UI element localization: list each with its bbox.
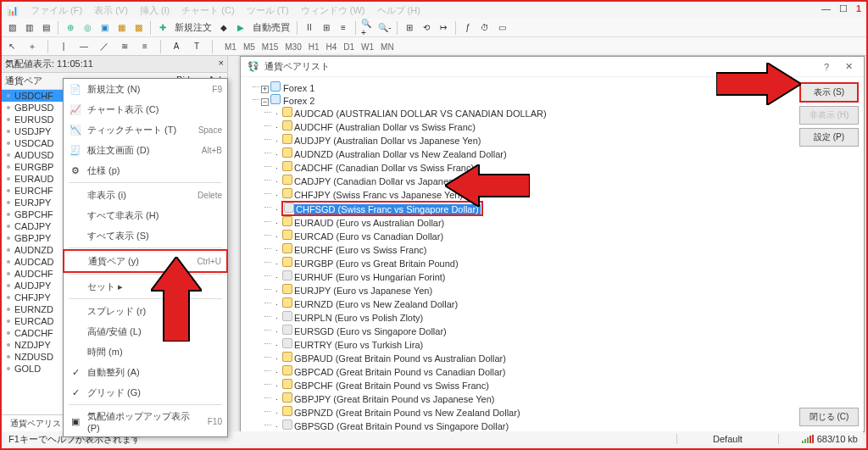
tree-item-EURGBP[interactable]: ⋅ EURGBP (Euro vs Great Britain Pound) xyxy=(273,256,793,269)
dialog-help-icon[interactable]: ? xyxy=(818,62,835,72)
ctx-新規注文 (N)[interactable]: 📄新規注文 (N)F9 xyxy=(64,79,227,99)
tree-item-GBPSGD[interactable]: ⋅ GBPSGD (Great Britain Pound vs Singapo… xyxy=(273,419,793,431)
ctx-仕様 (p)[interactable]: ⚙仕様 (p) xyxy=(64,160,227,181)
menu-tools[interactable]: ツール (T) xyxy=(247,4,289,17)
tile-icon[interactable]: ⊞ xyxy=(403,21,416,35)
ctx-板注文画面 (D)[interactable]: 🧾板注文画面 (D)Alt+B xyxy=(64,140,227,160)
scroll-icon[interactable]: ⟲ xyxy=(420,21,433,35)
menu-insert[interactable]: 挿入 (I) xyxy=(140,4,170,17)
ctx-通貨ペア (y)[interactable]: 通貨ペア (y)Ctrl+U xyxy=(63,249,228,273)
zoom-plus-icon[interactable]: ⊕ xyxy=(64,21,77,35)
show-button[interactable]: 表示 (S) xyxy=(799,82,859,103)
tree-item-EURSGD[interactable]: ⋅ EURSGD (Euro vs Singapore Dollar) xyxy=(273,324,793,337)
autotrade-icon[interactable]: ▶ xyxy=(234,21,248,35)
tree-folder-Forex 2[interactable]: − Forex 2 xyxy=(261,93,793,106)
tree-item-AUDNZD[interactable]: ⋅ AUDNZD (Australian Dollar vs New Zeala… xyxy=(273,147,793,160)
minimize-icon[interactable]: — xyxy=(821,3,831,14)
ctx-非表示 (i)[interactable]: 非表示 (i)Delete xyxy=(64,185,227,205)
menu-file[interactable]: ファイル (F) xyxy=(31,4,82,17)
cursor-icon[interactable]: ↖ xyxy=(5,40,19,53)
tree-item-CHFSGD[interactable]: ⋅ CHFSGD (Swiss Franc vs Singapore Dolla… xyxy=(273,201,793,215)
nav-icon[interactable]: ▣ xyxy=(97,21,111,35)
ctx-自動整列 (A)[interactable]: ✓自動整列 (A) xyxy=(64,362,227,382)
menu-view[interactable]: 表示 (V) xyxy=(94,4,128,17)
tree-item-CADCHF[interactable]: ⋅ CADCHF (Canadian Dollar vs Swiss Franc… xyxy=(273,160,793,174)
ctx-高値/安値 (L)[interactable]: 高値/安値 (L) xyxy=(64,321,227,342)
ctx-スプレッド (r)[interactable]: スプレッド (r) xyxy=(64,301,227,321)
timeframe-M5[interactable]: M5 xyxy=(240,41,259,53)
terminal-icon[interactable]: ▦ xyxy=(114,21,128,35)
ctx-チャート表示 (C)[interactable]: 📈チャート表示 (C) xyxy=(64,99,227,119)
metaquotes-icon[interactable]: ◆ xyxy=(217,21,231,35)
panel-close-icon[interactable]: × xyxy=(219,58,224,70)
tree-item-EURJPY[interactable]: ⋅ EURJPY (Euro vs Japanese Yen) xyxy=(273,283,793,297)
tree-item-GBPCHF[interactable]: ⋅ GBPCHF (Great Britain Pound vs Swiss F… xyxy=(273,378,793,392)
timeframe-H1[interactable]: H1 xyxy=(305,41,323,53)
periods-icon[interactable]: ⏱ xyxy=(478,21,492,35)
tree-item-EURNZD[interactable]: ⋅ EURNZD (Euro vs New Zealand Dollar) xyxy=(273,297,793,310)
ctx-ティックチャート (T)[interactable]: 📉ティックチャート (T)Space xyxy=(64,119,227,140)
timeframe-MN[interactable]: MN xyxy=(377,41,398,53)
tree-item-CHFJPY[interactable]: ⋅ CHFJPY (Swiss Franc vs Japanese Yen) xyxy=(273,187,793,201)
trendline-icon[interactable]: ／ xyxy=(97,40,111,53)
label-icon[interactable]: T xyxy=(190,40,203,53)
tree-item-EURTRY[interactable]: ⋅ EURTRY (Euro vs Turkish Lira) xyxy=(273,337,793,351)
tree-item-EURCHF[interactable]: ⋅ EURCHF (Euro vs Swiss Franc) xyxy=(273,242,793,256)
chart-bar-icon[interactable]: ▧ xyxy=(5,21,19,35)
timeframe-H4[interactable]: H4 xyxy=(323,41,341,53)
timeframe-M1[interactable]: M1 xyxy=(221,41,240,53)
chart-type3-icon[interactable]: ≡ xyxy=(337,21,350,35)
chart-type1-icon[interactable]: ⅼⅼ xyxy=(303,21,316,35)
ctx-気配値ポップアップ表示 (P)[interactable]: ▣気配値ポップアップ表示 (P)F10 xyxy=(64,407,227,436)
tester-icon[interactable]: ▩ xyxy=(131,21,145,35)
status-profile[interactable]: Default xyxy=(676,434,778,444)
chart-candle-icon[interactable]: ▥ xyxy=(22,21,36,35)
hline-icon[interactable]: — xyxy=(77,40,91,53)
new-order-button[interactable]: 新規注文 xyxy=(173,21,214,34)
tree-item-EURAUD[interactable]: ⋅ EURAUD (Euro vs Australian Dollar) xyxy=(273,215,793,229)
tree-item-AUDCHF[interactable]: ⋅ AUDCHF (Australian Dollar vs Swiss Fra… xyxy=(273,119,793,133)
menu-help[interactable]: ヘルプ (H) xyxy=(377,4,420,17)
timeframe-D1[interactable]: D1 xyxy=(340,41,358,53)
channel-icon[interactable]: ≋ xyxy=(118,40,131,53)
notification-badge[interactable]: 1 xyxy=(856,3,861,14)
tree-item-AUDJPY[interactable]: ⋅ AUDJPY (Australian Dollar vs Japanese … xyxy=(273,133,793,147)
market-watch-icon[interactable]: ◎ xyxy=(81,21,94,35)
indicators-icon[interactable]: ƒ xyxy=(461,21,475,35)
chart-type2-icon[interactable]: ⊞ xyxy=(320,21,333,35)
tree-item-GBPJPY[interactable]: ⋅ GBPJPY (Great Britain Pound vs Japanes… xyxy=(273,392,793,405)
timeframe-W1[interactable]: W1 xyxy=(358,41,377,53)
new-order-icon[interactable]: ✚ xyxy=(156,21,170,35)
fibo-icon[interactable]: ≡ xyxy=(138,40,152,53)
tree-item-EURPLN[interactable]: ⋅ EURPLN (Euro vs Polish Zloty) xyxy=(273,310,793,324)
menu-chart[interactable]: チャート (C) xyxy=(181,4,234,17)
ctx-セット ▸[interactable]: セット ▸ xyxy=(64,276,227,297)
menu-window[interactable]: ウィンドウ (W) xyxy=(301,4,365,17)
tree-folder-Forex 1[interactable]: + Forex 1 xyxy=(261,81,793,93)
dialog-close-icon[interactable]: ✕ xyxy=(840,61,857,72)
timeframe-M30[interactable]: M30 xyxy=(281,41,304,53)
ctx-時間 (m)[interactable]: 時間 (m) xyxy=(64,342,227,362)
zoom-out-icon[interactable]: 🔍- xyxy=(378,21,392,35)
tree-item-AUDCAD[interactable]: ⋅ AUDCAD (AUSTRALIAN DOLLAR VS CANADIAN … xyxy=(273,106,793,119)
tree-item-GBPCAD[interactable]: ⋅ GBPCAD (Great Britain Pound vs Canadia… xyxy=(273,364,793,378)
tree-item-EURHUF[interactable]: ⋅ EURHUF (Euro vs Hungarian Forint) xyxy=(273,269,793,283)
symbols-tree[interactable]: + Forex 1− Forex 2⋅ AUDCAD (AUSTRALIAN D… xyxy=(241,77,794,431)
tree-item-CADJPY[interactable]: ⋅ CADJPY (Canadian Dollar vs Japanese Ye… xyxy=(273,174,793,187)
tree-item-EURCAD[interactable]: ⋅ EURCAD (Euro vs Canadian Dollar) xyxy=(273,229,793,242)
context-menu[interactable]: 📄新規注文 (N)F9📈チャート表示 (C)📉ティックチャート (T)Space… xyxy=(63,78,228,437)
maximize-icon[interactable]: ☐ xyxy=(839,3,848,14)
auto-trade-button[interactable]: 自動売買 xyxy=(251,21,292,34)
shift-icon[interactable]: ↦ xyxy=(437,21,450,35)
tree-item-GBPAUD[interactable]: ⋅ GBPAUD (Great Britain Pound vs Austral… xyxy=(273,351,793,364)
ctx-すべて表示 (S)[interactable]: すべて表示 (S) xyxy=(64,225,227,246)
text-icon[interactable]: A xyxy=(170,40,183,53)
ctx-グリッド (G)[interactable]: ✓グリッド (G) xyxy=(64,382,227,403)
close-button[interactable]: 閉じる (C) xyxy=(799,408,859,426)
timeframe-M15[interactable]: M15 xyxy=(259,41,281,53)
tree-item-GBPNZD[interactable]: ⋅ GBPNZD (Great Britain Pound vs New Zea… xyxy=(273,405,793,419)
settings-button[interactable]: 設定 (P) xyxy=(799,128,859,147)
hide-button[interactable]: 非表示 (H) xyxy=(799,106,859,125)
vline-icon[interactable]: | xyxy=(57,40,70,53)
ctx-すべて非表示 (H)[interactable]: すべて非表示 (H) xyxy=(64,205,227,225)
